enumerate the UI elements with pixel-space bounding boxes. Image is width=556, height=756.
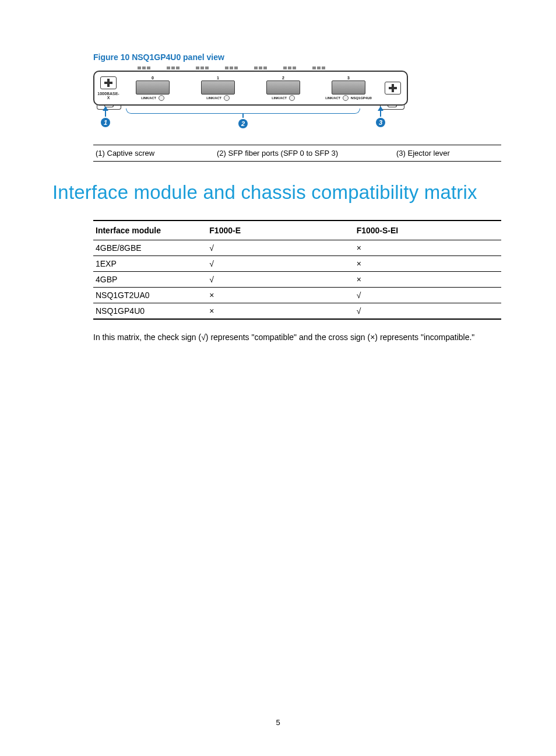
base-label: 1000BASE-X: [97, 92, 120, 100]
arrow-icon: [103, 106, 108, 111]
table-row: NSQ1GP4U0 × √: [93, 303, 501, 320]
cell-module: 1EXP: [93, 256, 207, 272]
cell-f1000sei: √: [354, 303, 501, 320]
port-number: 1: [217, 76, 219, 80]
led-icon: [224, 95, 230, 101]
ejector-lever-right: [380, 104, 404, 110]
cell-module: 4GBP: [93, 272, 207, 288]
body-text: In this matrix, the check sign (√) repre…: [93, 331, 501, 344]
legend-item-3: (3) Ejector lever: [394, 145, 501, 162]
captive-screw-left: [100, 76, 117, 89]
link-act-label: LINK/ACT: [272, 96, 287, 100]
port-number: 0: [152, 76, 154, 80]
port-number: 2: [282, 76, 284, 80]
cell-f1000e: √: [207, 240, 354, 256]
sfp-port-0: 0 LINK/ACT: [122, 76, 183, 101]
arrow-stem: [105, 111, 106, 117]
ejector-lever-left: [97, 104, 121, 110]
compatibility-matrix-table: Interface module F1000-E F1000-S-EI 4GBE…: [93, 220, 501, 320]
sfp-cage-icon: [201, 80, 235, 94]
panel-body: 1000BASE-X 0 LINK/ACT 1: [93, 71, 408, 106]
cell-module: NSQ1GP4U0: [93, 303, 207, 320]
led-icon: [159, 95, 164, 101]
col-header-module: Interface module: [93, 220, 207, 240]
arrow-icon: [378, 106, 383, 111]
figure-caption: Figure 10 NSQ1GP4U0 panel view: [93, 52, 504, 62]
cell-module: 4GBE/8GBE: [93, 240, 207, 256]
arrow-stem: [242, 113, 244, 118]
led-icon: [343, 95, 349, 101]
col-header-f1000sei: F1000-S-EI: [354, 220, 501, 240]
panel-top-vents: [138, 66, 408, 69]
cell-f1000e: √: [207, 272, 354, 288]
table-row: 4GBE/8GBE √ ×: [93, 240, 501, 256]
table-row: (1) Captive screw (2) SFP fiber ports (S…: [93, 145, 501, 162]
legend-item-1: (1) Captive screw: [93, 145, 214, 162]
cell-module: NSQ1GT2UA0: [93, 288, 207, 303]
figure-legend-table: (1) Captive screw (2) SFP fiber ports (S…: [93, 145, 501, 162]
link-act-label: LINK/ACT: [206, 96, 221, 100]
table-header-row: Interface module F1000-E F1000-S-EI: [93, 220, 501, 240]
port-number: 3: [347, 76, 350, 80]
captive-screw-right: [385, 82, 401, 94]
cell-f1000e: ×: [207, 288, 354, 303]
link-act-label: LINK/ACT: [141, 96, 156, 100]
cell-f1000sei: ×: [354, 272, 501, 288]
cell-f1000e: ×: [207, 303, 354, 320]
legend-item-2: (2) SFP fiber ports (SFP 0 to SFP 3): [214, 145, 394, 162]
sfp-cage-icon: [266, 80, 300, 94]
sfp-port-3: 3 LINK/ACT NSQ1GP4U0: [318, 76, 379, 101]
panel-diagram: 1000BASE-X 0 LINK/ACT 1: [93, 66, 408, 134]
sfp-ports-area: 0 LINK/ACT 1 LINK/ACT: [120, 72, 381, 104]
section-title: Interface module and chassis compatibili…: [52, 181, 504, 204]
callout-badge-3: 3: [376, 118, 385, 127]
product-label: NSQ1GP4U0: [351, 96, 372, 100]
led-icon: [289, 95, 295, 101]
table-row: 4GBP √ ×: [93, 272, 501, 288]
sfp-port-2: 2 LINK/ACT: [253, 76, 314, 101]
table-row: 1EXP √ ×: [93, 256, 501, 272]
col-header-f1000e: F1000-E: [207, 220, 354, 240]
cell-f1000sei: √: [354, 288, 501, 303]
cell-f1000sei: ×: [354, 256, 501, 272]
cell-f1000e: √: [207, 256, 354, 272]
sfp-port-1: 1 LINK/ACT: [188, 76, 248, 101]
callout-badge-1: 1: [101, 118, 110, 127]
arrow-stem: [380, 111, 381, 117]
link-act-label: LINK/ACT: [325, 96, 340, 100]
sfp-cage-icon: [136, 80, 170, 94]
sfp-cage-icon: [332, 80, 365, 94]
table-row: NSQ1GT2UA0 × √: [93, 288, 501, 303]
cell-f1000sei: ×: [354, 240, 501, 256]
callout-badge-2: 2: [238, 119, 248, 128]
page-number: 5: [0, 718, 556, 727]
